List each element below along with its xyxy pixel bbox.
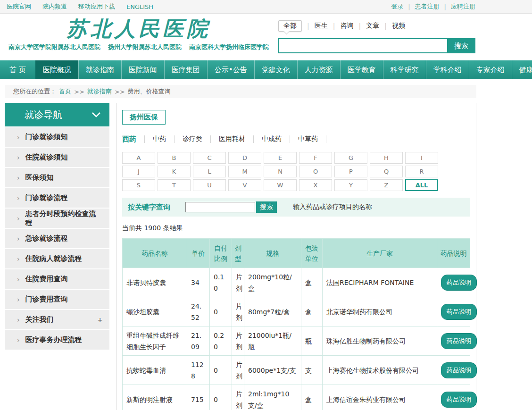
separator: | <box>333 22 335 30</box>
drug-info-button[interactable]: 药品说明 <box>441 362 477 378</box>
sidebar-item-inpatient-notice[interactable]: › 住院就诊须知 <box>5 148 109 167</box>
yangzhou-insurance-button[interactable]: 扬州医保 <box>122 110 166 125</box>
tab-chinese-patent-medicine[interactable]: 中成药 <box>262 135 282 143</box>
tab-western-medicine[interactable]: 西药 <box>122 135 136 144</box>
letter-T[interactable]: T <box>158 179 191 191</box>
login-link[interactable]: 登录 <box>391 2 403 11</box>
letter-Y[interactable]: Y <box>334 179 367 191</box>
letter-K[interactable]: K <box>158 166 191 177</box>
link-english[interactable]: ENGLISH <box>126 3 153 10</box>
letter-D[interactable]: D <box>228 152 261 164</box>
nav-announcements[interactable]: 公示•公告 <box>207 60 254 79</box>
letter-U[interactable]: U <box>193 179 226 191</box>
sidebar-item-inpatient-fee-query[interactable]: › 住院费用查询 <box>5 269 109 289</box>
site-search-input[interactable] <box>278 38 447 53</box>
separator: >> <box>74 88 84 95</box>
unit-price: 1128 <box>187 356 210 385</box>
letter-Q[interactable]: Q <box>370 166 403 177</box>
search-tab-article[interactable]: 文章 <box>366 22 379 30</box>
letter-I[interactable]: I <box>405 152 438 164</box>
breadcrumb-home[interactable]: 首页 <box>59 87 71 96</box>
letter-E[interactable]: E <box>264 152 297 164</box>
letter-H[interactable]: H <box>370 152 403 164</box>
unit-price: 715 <box>187 385 210 410</box>
plus-icon: + <box>97 316 103 324</box>
link-mobile-app-download[interactable]: 移动应用下载 <box>78 2 115 11</box>
link-hospital-site[interactable]: 医院官网 <box>7 2 31 11</box>
self-pay-ratio: 0 <box>210 385 232 410</box>
nav-human-resources[interactable]: 人力资源 <box>297 60 340 79</box>
sidebar-item-medical-affairs-process[interactable]: › 医疗事务办理流程 <box>5 330 109 350</box>
nav-hospital-overview[interactable]: 医院概况 <box>35 60 78 79</box>
separator: | <box>408 3 410 10</box>
nav-party-culture[interactable]: 党建文化 <box>254 60 297 79</box>
nav-medical-education[interactable]: 医学教育 <box>340 60 383 79</box>
letter-B[interactable]: B <box>158 152 191 164</box>
letter-M[interactable]: M <box>228 166 261 177</box>
drug-name: 抗蝮蛇毒血清 <box>123 356 187 385</box>
divider <box>253 135 254 143</box>
nav-hospital-news[interactable]: 医院新闻 <box>121 60 164 79</box>
letter-R[interactable]: R <box>405 166 438 177</box>
drug-info-button[interactable]: 药品说明 <box>441 275 477 291</box>
letter-O[interactable]: O <box>299 166 332 177</box>
nav-health-encyclopedia[interactable]: 健康百科 <box>512 60 532 79</box>
tab-treatment[interactable]: 诊疗类 <box>183 135 202 143</box>
letter-W[interactable]: W <box>264 179 297 191</box>
nav-research[interactable]: 科学研究 <box>383 60 426 79</box>
link-intranet-channel[interactable]: 院内频道 <box>42 2 67 11</box>
nav-medical-group[interactable]: 医疗集团 <box>164 60 207 79</box>
nav-experts[interactable]: 专家介绍 <box>469 60 512 79</box>
specification: 21000iu*1瓶/瓶 <box>244 326 301 356</box>
nav-departments[interactable]: 学科介绍 <box>426 60 469 79</box>
sidebar-item-outpatient-fee-query[interactable]: › 门诊费用查询 <box>5 290 109 309</box>
search-tab-all[interactable]: 全部 <box>278 20 302 32</box>
letter-A[interactable]: A <box>122 152 155 164</box>
letter-C[interactable]: C <box>193 152 226 164</box>
letter-F[interactable]: F <box>299 152 332 164</box>
drug-info-button[interactable]: 药品说明 <box>441 333 477 349</box>
patient-register-link[interactable]: 患者注册 <box>415 2 440 11</box>
top-utility-bar: 医院官网 院内频道 移动应用下载 ENGLISH 登录 | 患者注册 | 应聘注… <box>0 0 532 14</box>
letter-Z[interactable]: Z <box>370 179 403 191</box>
sidebar-item-appointment-check-process[interactable]: › 患者分时段预约检查流程 <box>5 209 109 228</box>
letter-L[interactable]: L <box>193 166 226 177</box>
letter-P[interactable]: P <box>334 166 367 177</box>
search-tab-consult[interactable]: 咨询 <box>340 22 353 30</box>
site-search-button[interactable]: 搜索 <box>447 38 475 53</box>
drug-info-button[interactable]: 药品说明 <box>441 304 477 320</box>
letter-ALL[interactable]: ALL <box>405 179 438 191</box>
tab-medical-consumables[interactable]: 医用耗材 <box>219 135 245 143</box>
self-pay-ratio: 0.20 <box>210 326 232 356</box>
sidebar-item-outpatient-notice[interactable]: › 门诊就诊须知 <box>5 127 109 147</box>
package-unit: 瓶 <box>301 326 323 356</box>
chevron-right-icon: › <box>17 336 20 344</box>
separator: | <box>444 3 446 10</box>
letter-G[interactable]: G <box>334 152 367 164</box>
letter-V[interactable]: V <box>228 179 261 191</box>
sidebar-item-follow-us[interactable]: › 关注我们 + <box>5 310 109 329</box>
job-register-link[interactable]: 应聘注册 <box>451 2 475 11</box>
letter-X[interactable]: X <box>299 179 332 191</box>
nav-visit-guide[interactable]: 就诊指南 <box>78 60 121 79</box>
tab-chinese-medicine[interactable]: 中药 <box>153 135 166 143</box>
keyword-search-button[interactable]: 搜索 <box>256 201 277 213</box>
search-tab-video[interactable]: 视频 <box>392 22 405 30</box>
sidebar-header[interactable]: 就诊导航 <box>5 103 109 126</box>
keyword-hint: 输入药品或诊疗项目的名称 <box>293 203 372 211</box>
letter-J[interactable]: J <box>122 166 155 177</box>
sidebar-item-outpatient-process[interactable]: › 门诊就诊流程 <box>5 188 109 208</box>
nav-home[interactable]: 首 页 <box>0 60 35 79</box>
tab-chinese-herbal-medicine[interactable]: 中草药 <box>298 135 318 143</box>
breadcrumb-section[interactable]: 就诊指南 <box>87 87 112 96</box>
drug-info-button[interactable]: 药品说明 <box>441 392 477 408</box>
search-tab-doctor[interactable]: 医生 <box>315 22 328 30</box>
sidebar-item-emergency-process[interactable]: › 急诊就诊流程 <box>5 229 109 248</box>
table-header-row: 药品名称 单价 自付比例 剂型 规格 包装单位 生产厂家 药品说明 <box>123 239 470 268</box>
separator: | <box>384 22 387 30</box>
letter-S[interactable]: S <box>122 179 155 191</box>
keyword-input[interactable] <box>185 202 255 212</box>
letter-N[interactable]: N <box>264 166 297 177</box>
sidebar-item-insurance-notice[interactable]: › 医保须知 <box>5 168 109 187</box>
sidebar-item-inpatient-process[interactable]: › 住院病人就诊流程 <box>5 249 109 268</box>
